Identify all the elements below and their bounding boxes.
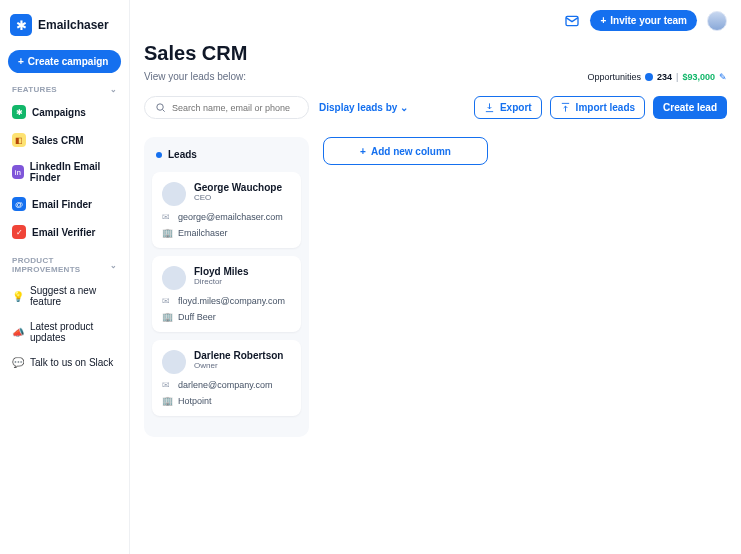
user-avatar[interactable] [707, 11, 727, 31]
plus-icon: + [360, 146, 366, 157]
display-leads-by-dropdown[interactable]: Display leads by ⌄ [319, 102, 408, 113]
lead-card[interactable]: Floyd Miles Director ✉floyd.miles@compan… [152, 256, 301, 332]
sidebar-item-label: Email Finder [32, 199, 92, 210]
brand-logo[interactable]: ✱ Emailchaser [8, 10, 121, 46]
import-label: Import leads [576, 102, 635, 113]
linkedin-finder-icon: in [12, 165, 24, 179]
kanban-board: Leads George Wauchope CEO ✉george@emailc… [144, 137, 727, 437]
bulb-icon: 💡 [12, 291, 24, 302]
mail-icon: ✉ [162, 380, 172, 390]
email-finder-icon: @ [12, 197, 26, 211]
page-title: Sales CRM [144, 42, 727, 65]
sidebar-item-slack[interactable]: 💬 Talk to us on Slack [8, 352, 121, 373]
lead-avatar [162, 182, 186, 206]
controls-row: Display leads by ⌄ Export Import leads C… [144, 96, 727, 119]
mail-icon: ✉ [162, 296, 172, 306]
campaigns-icon: ✱ [12, 105, 26, 119]
lead-avatar [162, 350, 186, 374]
pencil-icon[interactable]: ✎ [719, 72, 727, 82]
search-icon [155, 102, 166, 113]
opportunities-label: Opportunities [588, 72, 642, 82]
page-subtitle: View your leads below: [144, 71, 246, 82]
plus-icon: + [600, 15, 606, 26]
sidebar-item-suggest[interactable]: 💡 Suggest a new feature [8, 280, 121, 312]
lead-card[interactable]: George Wauchope CEO ✉george@emailchaser.… [152, 172, 301, 248]
import-leads-button[interactable]: Import leads [550, 96, 645, 119]
lead-card[interactable]: Darlene Robertson Owner ✉darlene@company… [152, 340, 301, 416]
crm-icon: ◧ [12, 133, 26, 147]
logo-icon: ✱ [10, 14, 32, 36]
plus-icon: + [18, 56, 24, 67]
section-features-header: FEATURES ⌄ [8, 77, 121, 96]
sidebar-item-sales-crm[interactable]: ◧ Sales CRM [8, 128, 121, 152]
export-button[interactable]: Export [474, 96, 542, 119]
lead-email: floyd.miles@company.com [178, 296, 285, 306]
lead-company: Emailchaser [178, 228, 228, 238]
main-content: + Invite your team Sales CRM View your l… [130, 0, 741, 554]
section-features-label: FEATURES [12, 85, 57, 94]
email-verifier-icon: ✓ [12, 225, 26, 239]
sidebar-item-updates[interactable]: 📣 Latest product updates [8, 316, 121, 348]
sidebar: ✱ Emailchaser + Create campaign FEATURES… [0, 0, 130, 554]
slack-icon: 💬 [12, 357, 24, 368]
lead-email: darlene@company.com [178, 380, 273, 390]
sidebar-item-label: Sales CRM [32, 135, 84, 146]
mail-icon[interactable] [564, 13, 580, 29]
lead-role: CEO [194, 193, 282, 202]
sidebar-item-label: Suggest a new feature [30, 285, 117, 307]
building-icon: 🏢 [162, 396, 172, 406]
search-input[interactable] [172, 103, 298, 113]
lead-name: Floyd Miles [194, 266, 248, 277]
svg-point-1 [157, 104, 163, 110]
chevron-down-icon[interactable]: ⌄ [110, 261, 117, 270]
sidebar-item-linkedin-finder[interactable]: in LinkedIn Email Finder [8, 156, 121, 188]
building-icon: 🏢 [162, 312, 172, 322]
add-column-button[interactable]: + Add new column [323, 137, 488, 165]
topbar: + Invite your team [564, 10, 727, 31]
sidebar-item-label: Talk to us on Slack [30, 357, 113, 368]
column-bullet-icon [156, 152, 162, 158]
opportunities-summary: Opportunities 234 | $93,000 ✎ [588, 72, 727, 82]
lead-name: George Wauchope [194, 182, 282, 193]
lead-role: Director [194, 277, 248, 286]
invite-team-label: Invite your team [610, 15, 687, 26]
chevron-down-icon[interactable]: ⌄ [110, 85, 117, 94]
create-campaign-label: Create campaign [28, 56, 109, 67]
announcement-icon: 📣 [12, 327, 24, 338]
lead-company: Hotpoint [178, 396, 212, 406]
opportunities-amount: $93,000 [682, 72, 715, 82]
lead-role: Owner [194, 361, 283, 370]
lead-avatar [162, 266, 186, 290]
sidebar-item-campaigns[interactable]: ✱ Campaigns [8, 100, 121, 124]
export-label: Export [500, 102, 532, 113]
import-icon [560, 102, 571, 113]
column-header: Leads [152, 145, 301, 164]
sidebar-item-email-finder[interactable]: @ Email Finder [8, 192, 121, 216]
lead-name: Darlene Robertson [194, 350, 283, 361]
building-icon: 🏢 [162, 228, 172, 238]
opportunities-dot-icon [645, 73, 653, 81]
opportunities-count: 234 [657, 72, 672, 82]
sidebar-item-label: Campaigns [32, 107, 86, 118]
display-by-label: Display leads by [319, 102, 397, 113]
invite-team-button[interactable]: + Invite your team [590, 10, 697, 31]
sidebar-item-label: Latest product updates [30, 321, 117, 343]
sidebar-item-label: Email Verifier [32, 227, 95, 238]
brand-name: Emailchaser [38, 18, 109, 32]
create-lead-button[interactable]: Create lead [653, 96, 727, 119]
create-campaign-button[interactable]: + Create campaign [8, 50, 121, 73]
add-column-label: Add new column [371, 146, 451, 157]
mail-icon: ✉ [162, 212, 172, 222]
sidebar-item-email-verifier[interactable]: ✓ Email Verifier [8, 220, 121, 244]
chevron-down-icon: ⌄ [400, 102, 408, 113]
lead-company: Duff Beer [178, 312, 216, 322]
create-lead-label: Create lead [663, 102, 717, 113]
export-icon [484, 102, 495, 113]
column-title: Leads [168, 149, 197, 160]
lead-email: george@emailchaser.com [178, 212, 283, 222]
section-improvements-header: PRODUCT IMPROVEMENTS ⌄ [8, 248, 121, 276]
search-box[interactable] [144, 96, 309, 119]
sidebar-item-label: LinkedIn Email Finder [30, 161, 117, 183]
leads-column: Leads George Wauchope CEO ✉george@emailc… [144, 137, 309, 437]
section-improvements-label: PRODUCT IMPROVEMENTS [12, 256, 110, 274]
